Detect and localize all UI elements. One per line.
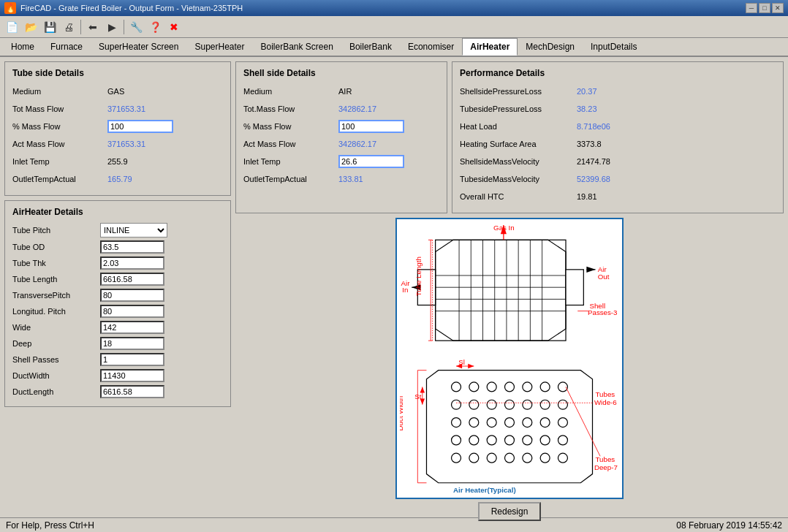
top-section: Shell side Details Medium AIR Tot.Mass F…: [235, 61, 784, 213]
toolbar-open[interactable]: 📂: [22, 18, 39, 36]
svg-text:St: St: [414, 392, 421, 400]
redesign-button[interactable]: Redesign: [478, 502, 542, 521]
menu-airheater[interactable]: AirHeater: [462, 38, 518, 56]
overall-htc-label: Overall HTC: [460, 192, 577, 201]
shell-outlettempactual-row: OutletTempActual 133.81: [243, 172, 439, 186]
svg-text:Gas In: Gas In: [493, 224, 515, 232]
menu-superheater[interactable]: SuperHeater: [186, 38, 252, 56]
shell-passes-label: Shell Passes: [12, 355, 100, 364]
right-section: Shell side Details Medium AIR Tot.Mass F…: [235, 61, 784, 513]
longitud-pitch-row: Longitud. Pitch: [12, 304, 223, 318]
tubeside-massvelocity-value: 52399.68: [577, 175, 610, 183]
menu-boilerbank[interactable]: BoilerBank: [341, 38, 400, 56]
tube-actmassflow-label: Act Mass Flow: [12, 140, 107, 148]
tube-pitch-row: Tube Pitch INLINE STAGGERED: [12, 223, 223, 238]
transverse-pitch-label: TransversePitch: [12, 291, 100, 300]
wide-row: Wide: [12, 320, 223, 334]
longitud-pitch-input[interactable]: [100, 305, 164, 318]
tube-pctmassflow-input[interactable]: [107, 120, 173, 133]
heat-load-value: 8.718e06: [577, 122, 610, 131]
title-bar: 🔥 FireCAD - Grate Fired Boiler - Output …: [0, 0, 788, 16]
svg-text:Tubes: Tubes: [596, 455, 615, 463]
heating-surface-area-row: Heating Surface Area 3373.8: [460, 137, 776, 151]
shellside-pressureloss-value: 20.37: [577, 87, 597, 96]
tube-actmassflow-row: Act Mass Flow 371653.31: [12, 137, 223, 151]
heating-surface-area-label: Heating Surface Area: [460, 140, 577, 148]
tube-od-input[interactable]: [100, 240, 164, 254]
shell-totmassflow-value: 342862.17: [338, 104, 376, 113]
toolbar-settings[interactable]: 🔧: [127, 18, 145, 36]
ductlength-input[interactable]: [100, 385, 164, 398]
svg-text:Tubes: Tubes: [596, 390, 615, 398]
svg-text:Out: Out: [598, 273, 610, 281]
tube-thk-input[interactable]: [100, 256, 164, 270]
heat-load-label: Heat Load: [460, 122, 577, 131]
shell-medium-row: Medium AIR: [243, 84, 439, 99]
menu-home[interactable]: Home: [3, 38, 42, 56]
shell-inlettemp-input[interactable]: [338, 155, 404, 168]
transverse-pitch-input[interactable]: [100, 289, 164, 302]
tubeside-massvelocity-label: TubesideMassVelocity: [460, 175, 577, 183]
toolbar-new[interactable]: 📄: [3, 18, 20, 36]
toolbar-help[interactable]: ❓: [146, 18, 164, 36]
tube-thk-row: Tube Thk: [12, 256, 223, 270]
heat-load-row: Heat Load 8.718e06: [460, 119, 776, 134]
overall-htc-value: 19.81: [577, 192, 597, 201]
shell-side-panel: Shell side Details Medium AIR Tot.Mass F…: [235, 61, 447, 213]
svg-text:Deep-7: Deep-7: [594, 463, 618, 471]
shell-passes-input[interactable]: [100, 353, 164, 366]
minimize-button[interactable]: ─: [746, 3, 757, 13]
tube-side-panel: Tube side Details Medium GAS Tot Mass Fl…: [4, 61, 231, 196]
toolbar-stop[interactable]: ✖: [165, 18, 183, 36]
menu-boilerbank-screen[interactable]: BoilerBank Screen: [253, 38, 341, 56]
svg-text:Sl: Sl: [458, 358, 465, 366]
tube-pitch-label: Tube Pitch: [12, 226, 100, 235]
svg-text:Wide-6: Wide-6: [594, 398, 617, 406]
menu-economiser[interactable]: Economiser: [400, 38, 462, 56]
shell-inlettemp-row: Inlet Temp: [243, 154, 439, 169]
tube-pitch-select[interactable]: INLINE STAGGERED: [100, 223, 167, 238]
menu-furnace[interactable]: Furnace: [42, 38, 91, 56]
overall-htc-row: Overall HTC 19.81: [460, 189, 776, 204]
menu-superheater-screen[interactable]: SuperHeater Screen: [91, 38, 186, 56]
wide-input[interactable]: [100, 321, 164, 334]
tube-side-title: Tube side Details: [12, 68, 223, 78]
deep-input[interactable]: [100, 337, 164, 350]
close-button[interactable]: ✕: [772, 3, 784, 13]
shellside-massvelocity-value: 21474.78: [577, 157, 610, 166]
tubeside-massvelocity-row: TubesideMassVelocity 52399.68: [460, 172, 776, 186]
toolbar-save[interactable]: 💾: [41, 18, 58, 36]
tube-outlettempactual-value: 165.79: [107, 175, 132, 183]
shell-pctmassflow-input[interactable]: [338, 120, 404, 133]
status-datetime: 08 February 2019 14:55:42: [676, 520, 782, 531]
ductwidth-input[interactable]: [100, 369, 164, 382]
tube-thk-label: Tube Thk: [12, 259, 100, 267]
diagram-panel: Gas In Air Out Air In Tube Length Shell …: [395, 218, 624, 499]
shell-pctmassflow-row: % Mass Flow: [243, 119, 439, 134]
menu-inputdetails[interactable]: InputDetails: [583, 38, 645, 56]
tube-length-row: Tube Length: [12, 272, 223, 286]
menu-mechdesign[interactable]: MechDesign: [518, 38, 583, 56]
transverse-pitch-row: TransversePitch: [12, 288, 223, 302]
shell-totmassflow-label: Tot.Mass Flow: [243, 104, 338, 113]
maximize-button[interactable]: □: [759, 3, 770, 13]
tube-actmassflow-value: 371653.31: [107, 140, 145, 148]
tube-outlettempactual-row: OutletTempActual 165.79: [12, 172, 223, 186]
main-content: Tube side Details Medium GAS Tot Mass Fl…: [0, 57, 788, 517]
shell-side-title: Shell side Details: [243, 68, 439, 78]
shell-medium-value: AIR: [338, 87, 352, 96]
toolbar-run[interactable]: ▶: [103, 18, 121, 36]
toolbar-back[interactable]: ⬅: [84, 18, 102, 36]
tube-inlettemp-label: Inlet Temp: [12, 157, 107, 166]
toolbar-print[interactable]: 🖨: [60, 18, 77, 36]
deep-label: Deep: [12, 339, 100, 348]
shellside-pressureloss-label: ShellsidePressureLoss: [460, 87, 577, 96]
svg-text:Passes-3: Passes-3: [588, 308, 618, 316]
tubeside-pressureloss-label: TubesidePressureLoss: [460, 104, 577, 113]
deep-row: Deep: [12, 336, 223, 350]
tube-length-input[interactable]: [100, 273, 164, 286]
wide-label: Wide: [12, 323, 100, 332]
app-icon: 🔥: [4, 2, 16, 14]
tube-outlettempactual-label: OutletTempActual: [12, 175, 107, 183]
svg-text:Air Heater(Typical): Air Heater(Typical): [453, 486, 516, 494]
